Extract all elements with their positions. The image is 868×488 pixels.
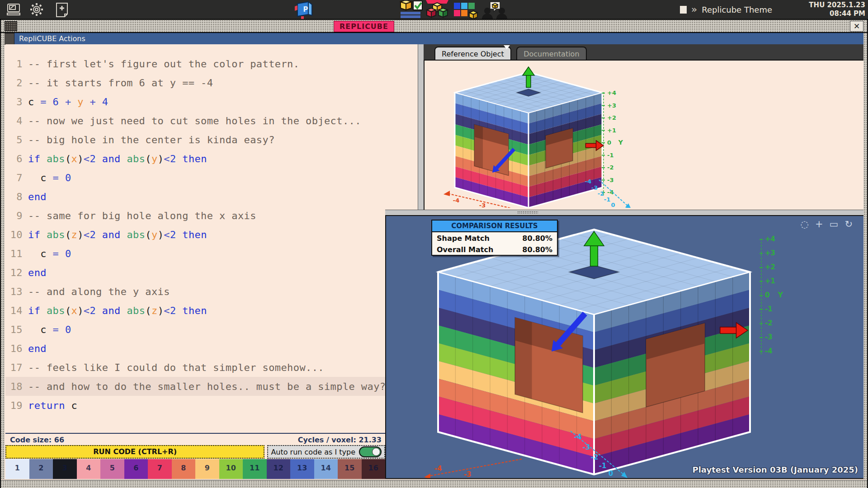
line-number: 2	[8, 77, 23, 89]
code-line[interactable]: 16end	[5, 339, 385, 358]
code-line[interactable]: 19return c	[5, 396, 385, 415]
task-check-cube-icon[interactable]	[400, 1, 423, 21]
code-token: =	[47, 172, 65, 183]
code-token: =	[47, 248, 65, 259]
code-line[interactable]: 9-- same for big hole along the x axis	[5, 206, 385, 225]
palette-swatch-14[interactable]: 14	[314, 459, 338, 479]
code-token: x	[71, 305, 78, 316]
window-titlebar[interactable]: REPLICUBE ✕	[1, 20, 867, 33]
code-line[interactable]: 17-- feels like I could do that simpler …	[5, 358, 385, 377]
run-code-button[interactable]: RUN CODE (CTRL+R)	[5, 445, 264, 459]
theme-switcher[interactable]: » Replicube Theme	[680, 0, 772, 19]
window-app-icon[interactable]	[5, 21, 17, 31]
code-line[interactable]: 1-- first let's figure out the color pat…	[5, 54, 385, 73]
new-file-icon[interactable]	[55, 2, 69, 19]
code-token: <	[84, 229, 90, 240]
code-line[interactable]: 10if abs(z)<2 and abs(y)<2 then	[5, 225, 385, 244]
color-palette: 12345678910111213141516	[5, 459, 385, 479]
close-button[interactable]: ✕	[850, 21, 863, 32]
code-token: )	[158, 305, 164, 316]
code-token: 2	[90, 305, 96, 316]
svg-text:-4: -4	[574, 433, 582, 441]
svg-text:-1: -1	[765, 305, 773, 313]
code-line[interactable]: 12end	[5, 263, 385, 282]
code-token: abs	[127, 153, 145, 164]
palette-swatch-2[interactable]: 2	[29, 459, 53, 479]
window-left-edge	[1, 33, 5, 479]
code-token: )	[158, 153, 164, 164]
code-token: (	[65, 229, 71, 240]
palette-swatch-4[interactable]: 4	[77, 459, 101, 479]
code-line[interactable]: 7 c = 0	[5, 168, 385, 187]
cubes-banner-icon[interactable]	[424, 0, 450, 21]
move-view-icon[interactable]: +	[815, 219, 823, 230]
line-number: 1	[8, 58, 23, 70]
code-token: 2	[170, 305, 176, 316]
code-token: z	[151, 305, 158, 316]
code-token: if	[28, 229, 47, 240]
printer-tool-icon[interactable]: P	[293, 1, 315, 21]
code-token: (	[65, 305, 71, 316]
tab-documentation[interactable]: Documentation	[516, 47, 586, 60]
palette-swatch-15[interactable]: 15	[338, 459, 362, 479]
rotate-view-icon[interactable]: ↻	[844, 219, 853, 230]
svg-text:-1: -1	[599, 462, 607, 470]
code-line[interactable]: 15 c = 0	[5, 320, 385, 339]
palette-swatch-10[interactable]: 10	[219, 459, 243, 479]
palette-swatch-7[interactable]: 7	[148, 459, 172, 479]
code-line[interactable]: 3c = 6 + y + 4	[5, 92, 385, 111]
palette-swatch-1[interactable]: 1	[5, 459, 29, 479]
color-grid-icon[interactable]	[453, 2, 478, 21]
code-line[interactable]: 14if abs(x)<2 and abs(z)<2 then	[5, 301, 385, 320]
code-line[interactable]: 5-- big hole in the center is kinda easy…	[5, 130, 385, 149]
code-line[interactable]: 4-- now we just need to cut some holes i…	[5, 111, 385, 130]
autorun-toggle[interactable]	[359, 446, 382, 457]
svg-text:Y: Y	[778, 291, 783, 299]
comparison-results-box: COMPARISON RESULTS Shape Match80.80%Over…	[431, 220, 558, 256]
palette-swatch-3[interactable]: 3	[53, 459, 77, 479]
code-token: )	[77, 305, 84, 316]
code-line[interactable]: 6if abs(x)<2 and abs(y)<2 then	[5, 149, 385, 168]
build-pane[interactable]: +4+3+2+10-1-2-3-4Y-4-3-4-3-2-10 COMPARIS…	[385, 215, 865, 479]
palette-swatch-13[interactable]: 13	[290, 459, 314, 479]
code-token: abs	[47, 153, 65, 164]
version-label: Playtest Version 03B (January 2025)	[692, 465, 858, 474]
code-token: 0	[65, 248, 71, 259]
palette-swatch-16[interactable]: 16	[362, 459, 386, 479]
clock-date: THU 2025.1.23	[809, 1, 865, 9]
code-line[interactable]: 8end	[5, 187, 385, 206]
community-cube-icon[interactable]	[481, 1, 508, 21]
palette-swatch-5[interactable]: 5	[100, 459, 124, 479]
code-line[interactable]: 13-- and along the y axis	[5, 282, 385, 301]
window-bottom-edge[interactable]	[1, 480, 867, 488]
palette-swatch-8[interactable]: 8	[172, 459, 196, 479]
swatch-number: 16	[362, 464, 386, 472]
computer-icon[interactable]	[6, 3, 21, 18]
code-token: -- same for big hole along the x axis	[28, 210, 256, 221]
palette-swatch-6[interactable]: 6	[124, 459, 148, 479]
palette-swatch-11[interactable]: 11	[243, 459, 267, 479]
selection-frame-icon[interactable]: ◌	[801, 219, 809, 230]
fit-view-icon[interactable]: ▭	[830, 219, 839, 230]
code-token: 0	[65, 324, 71, 335]
code-line[interactable]: 18-- and how to do the smaller holes.. m…	[5, 377, 385, 396]
reference-tabbar: Reference ObjectDocumentation	[424, 44, 867, 61]
tab-notch-icon	[504, 45, 510, 49]
palette-swatch-12[interactable]: 12	[267, 459, 291, 479]
code-editor[interactable]: 1-- first let's figure out the color pat…	[5, 44, 418, 443]
settings-gear-icon[interactable]	[28, 1, 45, 19]
code-token: 0	[65, 172, 71, 183]
code-token: <	[84, 305, 90, 316]
palette-swatch-9[interactable]: 9	[195, 459, 219, 479]
reference-viewport[interactable]: +4+3+2+10-1-2-3-4Y-4-3-4-3-2-10	[424, 60, 867, 211]
line-number: 12	[8, 267, 23, 278]
swatch-number: 11	[243, 464, 267, 472]
code-line[interactable]: 2-- it starts from 6 at y == -4	[5, 73, 385, 92]
code-token: and	[96, 229, 127, 240]
line-number: 10	[8, 229, 23, 240]
code-token: c	[28, 172, 47, 183]
line-number: 18	[8, 381, 23, 392]
autorun-panel: Auto run code as I type	[267, 445, 385, 459]
tab-reference-object[interactable]: Reference Object	[434, 47, 511, 60]
code-line[interactable]: 11 c = 0	[5, 244, 385, 263]
